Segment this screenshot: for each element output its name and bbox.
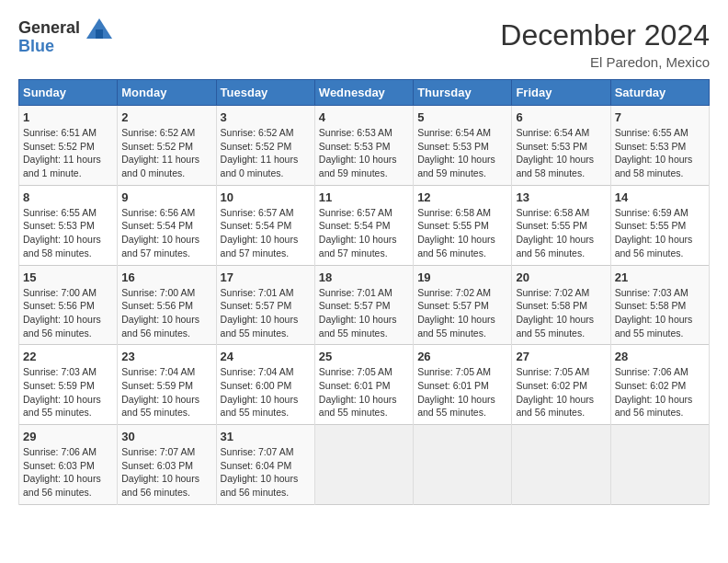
day-number: 31	[221, 430, 311, 443]
day-number: 27	[516, 350, 606, 363]
day-number: 5	[417, 110, 507, 124]
calendar-cell: 30Sunrise: 7:07 AMSunset: 6:03 PMDayligh…	[118, 425, 216, 505]
calendar-cell: 1Sunrise: 6:51 AMSunset: 5:52 PMDaylight…	[19, 106, 118, 186]
calendar-cell: 26Sunrise: 7:05 AMSunset: 6:01 PMDayligh…	[414, 345, 512, 425]
logo-icon	[86, 18, 112, 39]
calendar-week-row: 22Sunrise: 7:03 AMSunset: 5:59 PMDayligh…	[19, 345, 710, 425]
day-number: 11	[319, 190, 409, 204]
day-info: Sunrise: 7:05 AMSunset: 6:02 PMDaylight:…	[516, 365, 606, 419]
calendar-cell	[314, 425, 413, 505]
header-monday: Monday	[118, 80, 216, 106]
day-info: Sunrise: 6:54 AMSunset: 5:53 PMDaylight:…	[417, 126, 507, 180]
day-number: 24	[221, 350, 311, 363]
calendar-table: Sunday Monday Tuesday Wednesday Thursday…	[18, 79, 710, 505]
calendar-cell: 8Sunrise: 6:55 AMSunset: 5:53 PMDaylight…	[19, 185, 118, 265]
calendar-cell: 11Sunrise: 6:57 AMSunset: 5:54 PMDayligh…	[314, 185, 413, 265]
day-info: Sunrise: 7:04 AMSunset: 6:00 PMDaylight:…	[221, 365, 311, 419]
logo-text-general: General	[18, 18, 80, 37]
calendar-cell: 19Sunrise: 7:02 AMSunset: 5:57 PMDayligh…	[414, 265, 512, 345]
day-info: Sunrise: 7:07 AMSunset: 6:03 PMDaylight:…	[121, 445, 211, 500]
day-info: Sunrise: 6:56 AMSunset: 5:54 PMDaylight:…	[121, 206, 211, 260]
day-number: 7	[615, 110, 705, 124]
page-header: General Blue December 2024 El Paredon, M…	[18, 18, 710, 70]
calendar-cell: 16Sunrise: 7:00 AMSunset: 5:56 PMDayligh…	[118, 265, 216, 345]
day-info: Sunrise: 6:58 AMSunset: 5:55 PMDaylight:…	[516, 206, 606, 260]
day-number: 18	[319, 270, 409, 284]
header-sunday: Sunday	[19, 80, 118, 106]
calendar-cell: 24Sunrise: 7:04 AMSunset: 6:00 PMDayligh…	[216, 345, 314, 425]
day-number: 25	[319, 350, 409, 363]
day-info: Sunrise: 7:01 AMSunset: 5:57 PMDaylight:…	[319, 286, 409, 340]
day-number: 17	[221, 270, 311, 284]
calendar-cell: 20Sunrise: 7:02 AMSunset: 5:58 PMDayligh…	[512, 265, 610, 345]
day-number: 8	[23, 190, 113, 204]
month-title: December 2024	[500, 18, 710, 52]
calendar-cell: 5Sunrise: 6:54 AMSunset: 5:53 PMDaylight…	[414, 106, 512, 186]
calendar-cell: 23Sunrise: 7:04 AMSunset: 5:59 PMDayligh…	[118, 345, 216, 425]
calendar-cell: 6Sunrise: 6:54 AMSunset: 5:53 PMDaylight…	[512, 106, 610, 186]
day-info: Sunrise: 6:57 AMSunset: 5:54 PMDaylight:…	[221, 206, 311, 260]
day-info: Sunrise: 6:52 AMSunset: 5:52 PMDaylight:…	[221, 126, 311, 180]
day-number: 26	[417, 350, 507, 363]
day-info: Sunrise: 6:58 AMSunset: 5:55 PMDaylight:…	[417, 206, 507, 260]
calendar-cell: 25Sunrise: 7:05 AMSunset: 6:01 PMDayligh…	[314, 345, 413, 425]
calendar-week-row: 15Sunrise: 7:00 AMSunset: 5:56 PMDayligh…	[19, 265, 710, 345]
calendar-cell: 10Sunrise: 6:57 AMSunset: 5:54 PMDayligh…	[216, 185, 314, 265]
header-friday: Friday	[512, 80, 610, 106]
day-number: 19	[417, 270, 507, 284]
calendar-cell: 9Sunrise: 6:56 AMSunset: 5:54 PMDaylight…	[118, 185, 216, 265]
day-info: Sunrise: 7:05 AMSunset: 6:01 PMDaylight:…	[319, 365, 409, 419]
day-info: Sunrise: 7:05 AMSunset: 6:01 PMDaylight:…	[417, 365, 507, 419]
calendar-week-row: 29Sunrise: 7:06 AMSunset: 6:03 PMDayligh…	[19, 425, 710, 505]
day-info: Sunrise: 7:00 AMSunset: 5:56 PMDaylight:…	[121, 286, 211, 340]
day-info: Sunrise: 6:54 AMSunset: 5:53 PMDaylight:…	[516, 126, 606, 180]
day-info: Sunrise: 7:02 AMSunset: 5:57 PMDaylight:…	[417, 286, 507, 340]
calendar-week-row: 1Sunrise: 6:51 AMSunset: 5:52 PMDaylight…	[19, 106, 710, 186]
calendar-cell: 18Sunrise: 7:01 AMSunset: 5:57 PMDayligh…	[314, 265, 413, 345]
calendar-cell: 14Sunrise: 6:59 AMSunset: 5:55 PMDayligh…	[610, 185, 709, 265]
day-info: Sunrise: 6:52 AMSunset: 5:52 PMDaylight:…	[121, 126, 211, 180]
day-number: 4	[319, 110, 409, 124]
calendar-cell: 22Sunrise: 7:03 AMSunset: 5:59 PMDayligh…	[19, 345, 118, 425]
day-number: 15	[23, 270, 113, 284]
day-info: Sunrise: 6:57 AMSunset: 5:54 PMDaylight:…	[319, 206, 409, 260]
location: El Paredon, Mexico	[500, 54, 710, 70]
calendar-cell: 13Sunrise: 6:58 AMSunset: 5:55 PMDayligh…	[512, 185, 610, 265]
day-info: Sunrise: 7:01 AMSunset: 5:57 PMDaylight:…	[221, 286, 311, 340]
calendar-cell: 7Sunrise: 6:55 AMSunset: 5:53 PMDaylight…	[610, 106, 709, 186]
svg-rect-1	[96, 29, 103, 39]
day-number: 2	[121, 110, 211, 124]
calendar-cell: 4Sunrise: 6:53 AMSunset: 5:53 PMDaylight…	[314, 106, 413, 186]
day-number: 29	[23, 430, 113, 443]
day-info: Sunrise: 7:06 AMSunset: 6:02 PMDaylight:…	[615, 365, 705, 419]
day-info: Sunrise: 6:51 AMSunset: 5:52 PMDaylight:…	[23, 126, 113, 180]
day-number: 6	[516, 110, 606, 124]
calendar-cell	[414, 425, 512, 505]
calendar-cell: 31Sunrise: 7:07 AMSunset: 6:04 PMDayligh…	[216, 425, 314, 505]
day-info: Sunrise: 6:53 AMSunset: 5:53 PMDaylight:…	[319, 126, 409, 180]
header-wednesday: Wednesday	[314, 80, 413, 106]
day-info: Sunrise: 7:07 AMSunset: 6:04 PMDaylight:…	[221, 445, 311, 500]
day-number: 21	[615, 270, 705, 284]
calendar-cell: 2Sunrise: 6:52 AMSunset: 5:52 PMDaylight…	[118, 106, 216, 186]
header-tuesday: Tuesday	[216, 80, 314, 106]
calendar-cell: 21Sunrise: 7:03 AMSunset: 5:58 PMDayligh…	[610, 265, 709, 345]
day-number: 12	[417, 190, 507, 204]
day-info: Sunrise: 6:55 AMSunset: 5:53 PMDaylight:…	[23, 206, 113, 260]
calendar-cell	[610, 425, 709, 505]
day-info: Sunrise: 6:59 AMSunset: 5:55 PMDaylight:…	[615, 206, 705, 260]
calendar-cell: 12Sunrise: 6:58 AMSunset: 5:55 PMDayligh…	[414, 185, 512, 265]
calendar-cell: 27Sunrise: 7:05 AMSunset: 6:02 PMDayligh…	[512, 345, 610, 425]
title-block: December 2024 El Paredon, Mexico	[500, 18, 710, 70]
day-number: 3	[221, 110, 311, 124]
day-number: 22	[23, 350, 113, 363]
day-number: 9	[121, 190, 211, 204]
day-number: 20	[516, 270, 606, 284]
logo-text-blue: Blue	[18, 37, 112, 56]
day-number: 28	[615, 350, 705, 363]
day-info: Sunrise: 6:55 AMSunset: 5:53 PMDaylight:…	[615, 126, 705, 180]
day-number: 13	[516, 190, 606, 204]
day-info: Sunrise: 7:03 AMSunset: 5:58 PMDaylight:…	[615, 286, 705, 340]
calendar-cell: 3Sunrise: 6:52 AMSunset: 5:52 PMDaylight…	[216, 106, 314, 186]
calendar-cell: 29Sunrise: 7:06 AMSunset: 6:03 PMDayligh…	[19, 425, 118, 505]
